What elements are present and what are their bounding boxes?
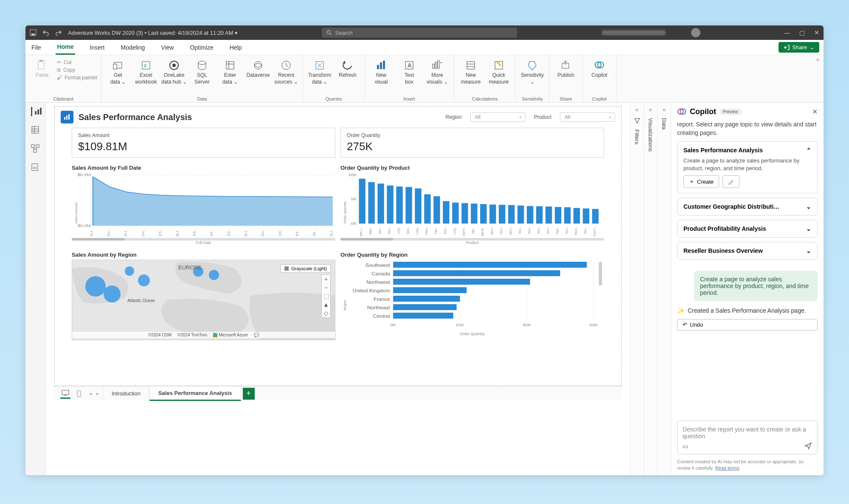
page-tab-introduction[interactable]: Introduction [103, 387, 149, 400]
copy-button[interactable]: ⧉ Copy [57, 67, 98, 73]
menu-file[interactable]: File [30, 41, 43, 54]
filters-rail[interactable]: « ▽ Filters [630, 103, 644, 475]
create-page-button[interactable]: ＋ Create [683, 175, 719, 188]
enter-data-button[interactable]: Enterdata ⌄ [217, 58, 243, 95]
ribbon-collapse-icon[interactable]: ^ [812, 55, 824, 102]
svg-text:Central: Central [373, 314, 390, 319]
svg-text:Half …: Half … [471, 226, 475, 234]
add-page-button[interactable]: + [243, 388, 255, 400]
suggestion-customer-geo[interactable]: Customer Geographic Distributi…⌄ [677, 198, 818, 216]
map-bubble[interactable] [125, 266, 134, 276]
map-style-selector[interactable]: Grayscale (Light) [281, 264, 331, 273]
chevron-up-icon[interactable]: ⌄ [806, 147, 811, 154]
attachment-icon[interactable]: ▭ [683, 443, 688, 450]
svg-text:60K: 60K [589, 323, 598, 327]
paste-button[interactable]: Paste [29, 58, 55, 95]
chart2-scrollbar[interactable] [340, 238, 604, 241]
copilot-input[interactable]: Describe the report you want to create o… [677, 420, 818, 454]
map-bubble[interactable] [209, 270, 219, 280]
menu-home[interactable]: Home [56, 40, 76, 55]
tab-next-icon[interactable]: ▸ [96, 390, 99, 397]
transform-data-button[interactable]: Transformdata ⌄ [306, 58, 333, 95]
kpi-card-sales-amount[interactable]: Sales Amount $109.81M [72, 128, 335, 158]
expand-filters-icon[interactable]: « [635, 106, 639, 113]
suggestion-reseller[interactable]: Reseller Business Overview⌄ [677, 242, 818, 260]
menu-view[interactable]: View [159, 41, 175, 54]
model-view-icon[interactable] [31, 144, 40, 154]
svg-rect-23 [383, 61, 385, 69]
save-icon[interactable] [30, 29, 37, 36]
new-visual-button[interactable]: Newvisual [368, 58, 394, 95]
more-visuals-button[interactable]: ⌄Morevisuals ⌄ [424, 58, 450, 95]
excel-workbook-button[interactable]: XExcelworkbook [133, 58, 159, 95]
svg-rect-80 [377, 184, 384, 224]
publish-button[interactable]: Publish [553, 58, 579, 95]
filter-region-select[interactable]: All [470, 112, 526, 122]
mobile-view-icon[interactable] [74, 389, 84, 399]
get-data-button[interactable]: Getdata ⌄ [105, 58, 131, 95]
chart-sales-by-date[interactable]: Sales Amount $0.0M$0.5M2020 J…2019 A…201… [72, 173, 335, 245]
svg-text:Dx: Dx [33, 166, 37, 169]
menu-optimize[interactable]: Optimize [188, 41, 215, 54]
map-sales-by-region[interactable]: EUROPE Atlantic Ocean Grayscale (Light) … [72, 260, 335, 340]
onelake-data-hub-button[interactable]: OneLakedata hub ⌄ [161, 58, 187, 95]
desktop-view-icon[interactable] [60, 389, 70, 399]
svg-text:Mou…: Mou… [518, 226, 521, 234]
suggestion-product-profit[interactable]: Product Profitability Analysis⌄ [677, 220, 818, 238]
map-zoom-controls[interactable]: +−⬚▲◇ [321, 274, 331, 318]
svg-rect-102 [480, 204, 486, 224]
svg-rect-144 [393, 296, 460, 302]
kpi-card-order-quantity[interactable]: Order Quantity 275K [340, 128, 604, 158]
report-canvas[interactable]: Sales Performance Analysis Region All Pr… [54, 106, 621, 386]
chart-quantity-by-product[interactable]: Order Quantity 0K5K10KAWC L…Wate…Spor…Sp… [340, 173, 604, 245]
svg-text:Long…: Long… [415, 226, 419, 234]
format-painter-button[interactable]: 🖌 Format painter [57, 75, 98, 81]
data-rail[interactable]: « Data [657, 103, 671, 475]
map-bubble[interactable] [85, 276, 106, 297]
cut-button[interactable]: ✂ Cut [57, 59, 98, 65]
edit-suggestion-button[interactable] [722, 175, 739, 188]
close-window-button[interactable]: ✕ [814, 29, 819, 36]
refresh-button[interactable]: Refresh [335, 58, 361, 95]
chevron-down-icon: ⌄ [806, 247, 811, 254]
svg-text:France: France [374, 297, 390, 302]
expand-data-icon[interactable]: « [663, 106, 666, 113]
sensitivity-button[interactable]: Sensitivity⌄ [519, 58, 545, 95]
page-tab-sales-performance[interactable]: Sales Performance Analysis [149, 386, 241, 401]
read-terms-link[interactable]: Read terms [715, 465, 739, 470]
dataverse-button[interactable]: Dataverse [245, 58, 271, 95]
maximize-button[interactable]: ▢ [799, 29, 805, 36]
send-icon[interactable] [804, 442, 812, 450]
menu-insert[interactable]: Insert [88, 41, 106, 54]
chart1-scrollbar[interactable] [72, 238, 335, 241]
copilot-button[interactable]: Copilot [586, 58, 613, 95]
chart-quantity-by-region[interactable]: Region 0K20K40K60KSouthwestCanadaNorthwe… [340, 260, 604, 344]
svg-text:2020 F…: 2020 F… [295, 228, 299, 236]
svg-rect-92 [433, 196, 440, 224]
close-copilot-icon[interactable]: ✕ [812, 108, 818, 116]
undo-button[interactable]: ↶ Undo [677, 319, 818, 330]
visualizations-rail[interactable]: « Visualizations [644, 103, 657, 475]
user-avatar[interactable] [691, 28, 700, 37]
quick-measure-button[interactable]: Quickmeasure [486, 58, 512, 95]
expand-viz-icon[interactable]: « [649, 106, 652, 113]
menu-help[interactable]: Help [228, 41, 244, 54]
filter-product-select[interactable]: All [560, 112, 615, 122]
recent-sources-button[interactable]: Recentsources ⌄ [273, 58, 299, 95]
table-view-icon[interactable] [31, 126, 40, 135]
svg-line-3 [330, 34, 332, 35]
dax-view-icon[interactable]: Dx [31, 163, 40, 172]
minimize-button[interactable]: — [784, 29, 790, 36]
tab-prev-icon[interactable]: ◂ [89, 390, 92, 397]
new-measure-button[interactable]: Newmeasure [458, 58, 484, 95]
search-box[interactable]: Search [322, 28, 517, 38]
sql-server-button[interactable]: SQLServer [189, 58, 215, 95]
menu-modeling[interactable]: Modeling [119, 41, 146, 54]
share-button[interactable]: Share ⌄ [779, 42, 819, 53]
svg-rect-37 [35, 111, 37, 115]
redo-icon[interactable] [55, 29, 62, 36]
map-bubble[interactable] [138, 274, 150, 286]
report-view-icon[interactable] [31, 107, 40, 116]
text-box-button[interactable]: ATextbox [396, 58, 422, 95]
undo-icon[interactable] [42, 29, 49, 36]
